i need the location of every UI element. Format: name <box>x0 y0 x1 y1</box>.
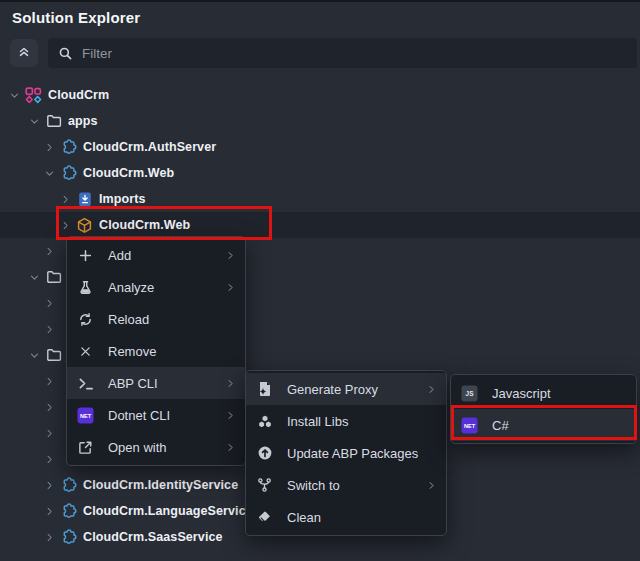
menu-item-label: Dotnet CLI <box>108 408 224 423</box>
submenu-chevron-icon <box>224 442 236 453</box>
menu-item-open-with[interactable]: Open with <box>67 431 245 463</box>
chevron-right-icon[interactable] <box>57 194 73 205</box>
menu-item-label: Remove <box>108 344 224 359</box>
chevron-right-icon[interactable] <box>41 376 57 387</box>
tree-item-label: Imports <box>99 192 146 206</box>
menu-item-dotnet-cli[interactable]: NETDotnet CLI <box>67 399 245 431</box>
svg-text:NET: NET <box>464 423 476 429</box>
window-edge <box>0 0 640 2</box>
page-title: Solution Explorer <box>12 9 140 26</box>
solution-explorer-panel: Solution Explorer CloudCrmappsCloudCrm.A… <box>0 0 640 561</box>
generate-proxy-submenu: JSJavascriptNETC# <box>450 374 637 444</box>
package-icon <box>75 217 94 234</box>
search-icon <box>48 46 82 61</box>
imports-icon <box>75 191 94 208</box>
module-icon <box>59 529 78 546</box>
chevron-right-icon[interactable] <box>41 480 57 491</box>
menu-item-label: Generate Proxy <box>287 382 425 397</box>
tree-item-imports[interactable]: Imports <box>0 186 640 212</box>
remove-icon <box>76 345 95 358</box>
tree-item-label: CloudCrm <box>48 88 109 102</box>
menu-item-label: Open with <box>108 440 224 455</box>
chevron-right-icon[interactable] <box>41 324 57 335</box>
tree-item-label: CloudCrm.Web <box>99 218 190 232</box>
tree-item-label: CloudCrm.AuthServer <box>83 140 216 154</box>
solution-icon <box>24 87 43 104</box>
update-packages-icon <box>255 445 274 461</box>
menu-item-label: Javascript <box>492 386 615 401</box>
menu-item-add[interactable]: Add <box>67 239 245 271</box>
chevron-down-icon[interactable] <box>26 116 42 127</box>
menu-item-abp-cli[interactable]: ABP CLI <box>67 367 245 399</box>
svg-text:NET: NET <box>80 413 92 419</box>
submenu-chevron-icon <box>224 282 236 293</box>
menu-item-javascript[interactable]: JSJavascript <box>451 377 636 409</box>
tree-item-label: CloudCrm.IdentityService <box>83 478 238 492</box>
chevron-down-icon[interactable] <box>41 168 57 179</box>
reload-icon <box>76 312 95 327</box>
chevron-right-icon[interactable] <box>57 220 73 231</box>
collapse-all-button[interactable] <box>10 39 38 67</box>
menu-item-label: Analyze <box>108 280 224 295</box>
tree-item-label: apps <box>68 114 98 128</box>
open-with-icon <box>76 440 95 455</box>
collapse-all-icon <box>17 44 31 62</box>
javascript-icon: JS <box>460 385 479 402</box>
folder-icon <box>44 269 63 285</box>
menu-item-c[interactable]: NETC# <box>451 409 636 441</box>
menu-item-generate-proxy[interactable]: Generate Proxy <box>246 373 446 405</box>
menu-item-update-abp-packages[interactable]: Update ABP Packages <box>246 437 446 469</box>
module-icon <box>59 165 78 182</box>
chevron-right-icon[interactable] <box>41 506 57 517</box>
install-libs-icon <box>255 414 274 429</box>
submenu-chevron-icon <box>425 384 437 395</box>
filter-input[interactable] <box>82 46 637 61</box>
menu-item-label: ABP CLI <box>108 376 224 391</box>
module-icon <box>59 503 78 520</box>
folder-icon <box>44 347 63 363</box>
submenu-chevron-icon <box>224 378 236 389</box>
chevron-right-icon[interactable] <box>41 532 57 543</box>
tree-item-cloudcrm-authserver[interactable]: CloudCrm.AuthServer <box>0 134 640 160</box>
chevron-right-icon[interactable] <box>41 142 57 153</box>
tree-item-cloudcrm[interactable]: CloudCrm <box>0 82 640 108</box>
filter-bar <box>48 38 637 68</box>
submenu-chevron-icon <box>224 250 236 261</box>
menu-item-analyze[interactable]: Analyze <box>67 271 245 303</box>
tree-item-cloudcrm-web[interactable]: CloudCrm.Web <box>0 160 640 186</box>
menu-item-label: Install Libs <box>287 414 425 429</box>
menu-item-label: Update ABP Packages <box>287 446 425 461</box>
tree-item-apps[interactable]: apps <box>0 108 640 134</box>
chevron-right-icon[interactable] <box>41 454 57 465</box>
menu-item-remove[interactable]: Remove <box>67 335 245 367</box>
menu-item-label: Switch to <box>287 478 425 493</box>
menu-item-switch-to[interactable]: Switch to <box>246 469 446 501</box>
chevron-down-icon[interactable] <box>26 350 42 361</box>
chevron-down-icon[interactable] <box>6 90 22 101</box>
submenu-chevron-icon <box>224 410 236 421</box>
menu-item-label: Clean <box>287 510 425 525</box>
add-icon <box>76 248 95 263</box>
csharp-icon: NET <box>460 417 479 434</box>
clean-icon <box>255 510 274 525</box>
context-menu: AddAnalyzeReloadRemoveABP CLINETDotnet C… <box>66 236 246 466</box>
chevron-right-icon[interactable] <box>41 298 57 309</box>
generate-proxy-icon <box>255 381 274 397</box>
module-icon <box>59 477 78 494</box>
terminal-icon <box>76 376 95 391</box>
switch-to-icon <box>255 477 274 493</box>
submenu-chevron-icon <box>425 480 437 491</box>
menu-item-clean[interactable]: Clean <box>246 501 446 533</box>
dotnet-icon: NET <box>76 407 95 424</box>
chevron-right-icon[interactable] <box>41 428 57 439</box>
menu-item-install-libs[interactable]: Install Libs <box>246 405 446 437</box>
chevron-down-icon[interactable] <box>26 272 42 283</box>
menu-item-label: C# <box>492 418 615 433</box>
chevron-right-icon[interactable] <box>41 246 57 257</box>
tree-item-label: CloudCrm.SaasService <box>83 530 223 544</box>
chevron-right-icon[interactable] <box>41 402 57 413</box>
menu-item-reload[interactable]: Reload <box>67 303 245 335</box>
analyze-icon <box>76 280 95 295</box>
tree-item-cloudcrm-web[interactable]: CloudCrm.Web <box>0 212 640 238</box>
menu-item-label: Reload <box>108 312 224 327</box>
